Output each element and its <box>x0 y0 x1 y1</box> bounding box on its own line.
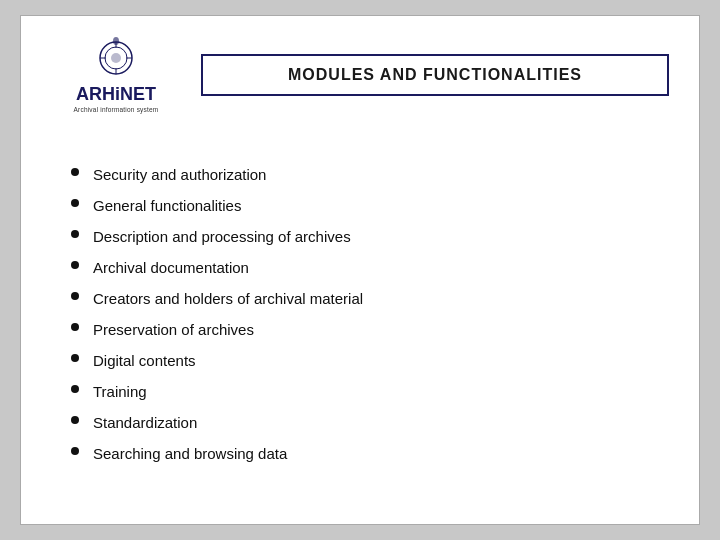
list-item-text: Standardization <box>93 412 197 433</box>
bullet-icon <box>71 199 79 207</box>
list-item: Archival documentation <box>71 257 669 278</box>
bullet-icon <box>71 323 79 331</box>
bullet-icon <box>71 261 79 269</box>
logo-sub-text: Archival information system <box>74 106 159 113</box>
bullet-icon <box>71 385 79 393</box>
slide-title: MODULES AND FUNCTIONALITIES <box>288 66 582 84</box>
list-item-text: Archival documentation <box>93 257 249 278</box>
list-item: Digital contents <box>71 350 669 371</box>
list-item: Training <box>71 381 669 402</box>
bullet-icon <box>71 447 79 455</box>
bullet-icon <box>71 230 79 238</box>
list-item-text: Preservation of archives <box>93 319 254 340</box>
list-item-text: Security and authorization <box>93 164 266 185</box>
bullet-icon <box>71 354 79 362</box>
bullet-icon <box>71 168 79 176</box>
list-item: Searching and browsing data <box>71 443 669 464</box>
bullet-icon <box>71 416 79 424</box>
content-area: Security and authorizationGeneral functi… <box>51 143 669 494</box>
list-item: Preservation of archives <box>71 319 669 340</box>
bullet-list: Security and authorizationGeneral functi… <box>71 164 669 474</box>
list-item-text: General functionalities <box>93 195 241 216</box>
list-item-text: Description and processing of archives <box>93 226 351 247</box>
logo-area: ARHiNET Archival information system <box>51 36 181 113</box>
list-item-text: Searching and browsing data <box>93 443 287 464</box>
svg-point-2 <box>111 53 121 63</box>
list-item: Security and authorization <box>71 164 669 185</box>
slide: ARHiNET Archival information system MODU… <box>20 15 700 525</box>
logo-icon <box>92 36 140 84</box>
list-item-text: Creators and holders of archival materia… <box>93 288 363 309</box>
logo-main-text: ARHiNET <box>76 84 156 105</box>
bullet-icon <box>71 292 79 300</box>
header: ARHiNET Archival information system MODU… <box>51 36 669 113</box>
list-item-text: Digital contents <box>93 350 196 371</box>
svg-point-7 <box>113 37 119 45</box>
list-item: General functionalities <box>71 195 669 216</box>
list-item: Creators and holders of archival materia… <box>71 288 669 309</box>
list-item-text: Training <box>93 381 147 402</box>
list-item: Standardization <box>71 412 669 433</box>
title-box: MODULES AND FUNCTIONALITIES <box>201 54 669 96</box>
list-item: Description and processing of archives <box>71 226 669 247</box>
